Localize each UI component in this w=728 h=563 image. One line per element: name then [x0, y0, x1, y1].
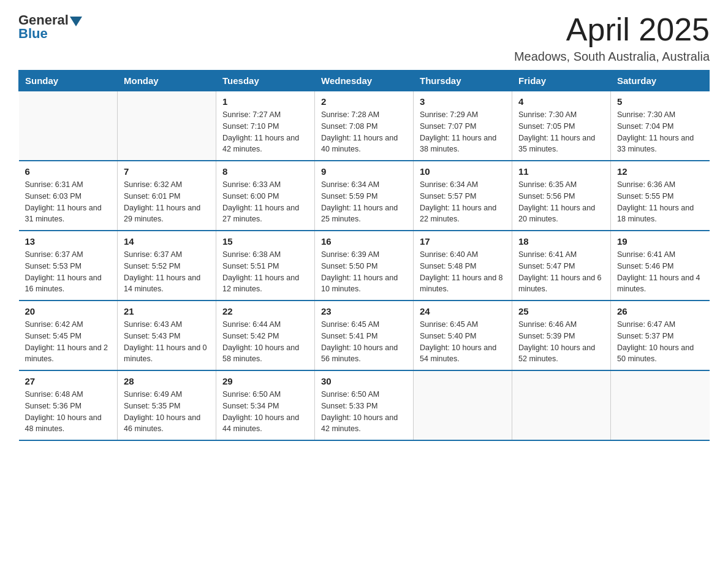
calendar-cell: 21Sunrise: 6:43 AMSunset: 5:43 PMDayligh… [118, 301, 216, 370]
day-info: Sunrise: 6:34 AMSunset: 5:57 PMDaylight:… [420, 179, 506, 225]
day-info: Sunrise: 6:35 AMSunset: 5:56 PMDaylight:… [518, 179, 604, 225]
calendar-cell: 1Sunrise: 7:27 AMSunset: 7:10 PMDaylight… [216, 91, 315, 161]
day-number: 29 [222, 376, 308, 386]
calendar-cell: 5Sunrise: 7:30 AMSunset: 7:04 PMDaylight… [611, 91, 710, 161]
calendar-week-row: 1Sunrise: 7:27 AMSunset: 7:10 PMDaylight… [19, 91, 710, 161]
day-info: Sunrise: 6:38 AMSunset: 5:51 PMDaylight:… [222, 249, 308, 295]
calendar-cell: 26Sunrise: 6:47 AMSunset: 5:37 PMDayligh… [611, 301, 710, 370]
calendar-cell: 29Sunrise: 6:50 AMSunset: 5:34 PMDayligh… [216, 370, 315, 440]
calendar-cell: 22Sunrise: 6:44 AMSunset: 5:42 PMDayligh… [216, 301, 315, 370]
day-info: Sunrise: 7:30 AMSunset: 7:04 PMDaylight:… [617, 109, 703, 155]
calendar-cell: 10Sunrise: 6:34 AMSunset: 5:57 PMDayligh… [414, 161, 512, 231]
day-info: Sunrise: 6:32 AMSunset: 6:01 PMDaylight:… [124, 179, 210, 225]
weekday-header-row: SundayMondayTuesdayWednesdayThursdayFrid… [19, 71, 710, 91]
calendar-cell: 8Sunrise: 6:33 AMSunset: 6:00 PMDaylight… [216, 161, 315, 231]
day-info: Sunrise: 7:27 AMSunset: 7:10 PMDaylight:… [222, 109, 308, 155]
day-number: 24 [420, 306, 506, 316]
weekday-header-sunday: Sunday [19, 71, 118, 91]
day-info: Sunrise: 7:29 AMSunset: 7:07 PMDaylight:… [420, 109, 506, 155]
calendar-week-row: 13Sunrise: 6:37 AMSunset: 5:53 PMDayligh… [19, 231, 710, 301]
day-info: Sunrise: 6:49 AMSunset: 5:35 PMDaylight:… [124, 389, 210, 435]
weekday-header-thursday: Thursday [414, 71, 512, 91]
calendar-cell: 4Sunrise: 7:30 AMSunset: 7:05 PMDaylight… [512, 91, 611, 161]
day-number: 11 [518, 166, 604, 177]
calendar-cell: 17Sunrise: 6:40 AMSunset: 5:48 PMDayligh… [414, 231, 512, 301]
day-number: 18 [518, 236, 604, 247]
weekday-header-monday: Monday [118, 71, 216, 91]
logo-arrow-icon [70, 17, 82, 26]
logo[interactable]: General Blue [18, 12, 82, 42]
day-info: Sunrise: 6:40 AMSunset: 5:48 PMDaylight:… [420, 249, 506, 295]
day-info: Sunrise: 6:41 AMSunset: 5:47 PMDaylight:… [518, 249, 604, 295]
day-info: Sunrise: 6:47 AMSunset: 5:37 PMDaylight:… [617, 319, 703, 365]
day-number: 23 [321, 306, 407, 316]
day-number: 7 [124, 166, 210, 177]
calendar-cell: 7Sunrise: 6:32 AMSunset: 6:01 PMDaylight… [118, 161, 216, 231]
day-number: 15 [222, 236, 308, 247]
calendar-cell: 28Sunrise: 6:49 AMSunset: 5:35 PMDayligh… [118, 370, 216, 440]
day-number: 2 [321, 96, 407, 107]
logo-blue-text: Blue [18, 26, 48, 42]
calendar-cell: 6Sunrise: 6:31 AMSunset: 6:03 PMDaylight… [19, 161, 118, 231]
day-number: 19 [617, 236, 703, 247]
day-number: 27 [25, 376, 112, 386]
day-number: 8 [222, 166, 308, 177]
calendar-cell [414, 370, 512, 440]
calendar-title: April 2025 [514, 12, 710, 47]
calendar-week-row: 20Sunrise: 6:42 AMSunset: 5:45 PMDayligh… [19, 301, 710, 370]
day-number: 10 [420, 166, 506, 177]
calendar-subtitle: Meadows, South Australia, Australia [514, 50, 710, 64]
calendar-cell: 12Sunrise: 6:36 AMSunset: 5:55 PMDayligh… [611, 161, 710, 231]
calendar-cell: 13Sunrise: 6:37 AMSunset: 5:53 PMDayligh… [19, 231, 118, 301]
weekday-header-tuesday: Tuesday [216, 71, 315, 91]
calendar-cell: 24Sunrise: 6:45 AMSunset: 5:40 PMDayligh… [414, 301, 512, 370]
day-number: 12 [617, 166, 703, 177]
calendar-cell: 16Sunrise: 6:39 AMSunset: 5:50 PMDayligh… [315, 231, 414, 301]
day-number: 20 [25, 306, 112, 316]
day-info: Sunrise: 6:43 AMSunset: 5:43 PMDaylight:… [124, 319, 210, 365]
day-info: Sunrise: 7:28 AMSunset: 7:08 PMDaylight:… [321, 109, 407, 155]
day-info: Sunrise: 6:31 AMSunset: 6:03 PMDaylight:… [25, 179, 112, 225]
day-number: 16 [321, 236, 407, 247]
day-number: 13 [25, 236, 112, 247]
calendar-cell: 15Sunrise: 6:38 AMSunset: 5:51 PMDayligh… [216, 231, 315, 301]
calendar-cell: 2Sunrise: 7:28 AMSunset: 7:08 PMDaylight… [315, 91, 414, 161]
day-info: Sunrise: 6:37 AMSunset: 5:53 PMDaylight:… [25, 249, 112, 295]
calendar-table: SundayMondayTuesdayWednesdayThursdayFrid… [18, 70, 710, 441]
weekday-header-friday: Friday [512, 71, 611, 91]
calendar-cell: 23Sunrise: 6:45 AMSunset: 5:41 PMDayligh… [315, 301, 414, 370]
day-number: 14 [124, 236, 210, 247]
day-info: Sunrise: 6:50 AMSunset: 5:33 PMDaylight:… [321, 389, 407, 435]
day-number: 26 [617, 306, 703, 316]
calendar-cell: 27Sunrise: 6:48 AMSunset: 5:36 PMDayligh… [19, 370, 118, 440]
day-number: 6 [25, 166, 112, 177]
calendar-cell: 25Sunrise: 6:46 AMSunset: 5:39 PMDayligh… [512, 301, 611, 370]
day-number: 30 [321, 376, 407, 386]
day-number: 28 [124, 376, 210, 386]
calendar-cell: 14Sunrise: 6:37 AMSunset: 5:52 PMDayligh… [118, 231, 216, 301]
day-info: Sunrise: 6:45 AMSunset: 5:40 PMDaylight:… [420, 319, 506, 365]
day-info: Sunrise: 7:30 AMSunset: 7:05 PMDaylight:… [518, 109, 604, 155]
day-info: Sunrise: 6:50 AMSunset: 5:34 PMDaylight:… [222, 389, 308, 435]
day-number: 9 [321, 166, 407, 177]
day-number: 21 [124, 306, 210, 316]
calendar-cell: 11Sunrise: 6:35 AMSunset: 5:56 PMDayligh… [512, 161, 611, 231]
day-number: 22 [222, 306, 308, 316]
day-info: Sunrise: 6:42 AMSunset: 5:45 PMDaylight:… [25, 319, 112, 365]
day-info: Sunrise: 6:33 AMSunset: 6:00 PMDaylight:… [222, 179, 308, 225]
calendar-cell: 20Sunrise: 6:42 AMSunset: 5:45 PMDayligh… [19, 301, 118, 370]
day-number: 5 [617, 96, 703, 107]
day-info: Sunrise: 6:48 AMSunset: 5:36 PMDaylight:… [25, 389, 112, 435]
day-number: 1 [222, 96, 308, 107]
calendar-cell [19, 91, 118, 161]
calendar-cell [611, 370, 710, 440]
day-info: Sunrise: 6:34 AMSunset: 5:59 PMDaylight:… [321, 179, 407, 225]
day-number: 3 [420, 96, 506, 107]
page-header: General Blue April 2025 Meadows, South A… [18, 12, 710, 64]
day-number: 4 [518, 96, 604, 107]
weekday-header-saturday: Saturday [611, 71, 710, 91]
day-info: Sunrise: 6:36 AMSunset: 5:55 PMDaylight:… [617, 179, 703, 225]
day-info: Sunrise: 6:41 AMSunset: 5:46 PMDaylight:… [617, 249, 703, 295]
calendar-cell: 9Sunrise: 6:34 AMSunset: 5:59 PMDaylight… [315, 161, 414, 231]
weekday-header-wednesday: Wednesday [315, 71, 414, 91]
